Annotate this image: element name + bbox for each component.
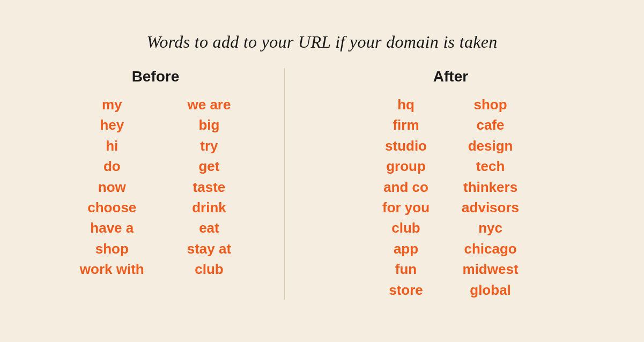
after-heading: After xyxy=(433,68,468,85)
list-item: app xyxy=(394,239,418,258)
after-section: After hqfirmstudiogroupand cofor youclub… xyxy=(285,68,617,300)
list-item: fun xyxy=(395,259,417,279)
list-item: my xyxy=(102,95,122,114)
list-item: now xyxy=(98,177,126,197)
list-item: design xyxy=(468,136,513,155)
list-item: do xyxy=(103,157,121,176)
list-item: get xyxy=(198,157,219,176)
before-column-2: we arebigtrygettastedrinkeatstay atclub xyxy=(187,95,231,279)
list-item: club xyxy=(391,218,420,237)
list-item: drink xyxy=(192,198,226,217)
page-title: Words to add to your URL if your domain … xyxy=(146,32,497,52)
before-section: Before myheyhidonowchoosehave ashopwork … xyxy=(27,68,285,300)
list-item: tech xyxy=(476,157,505,176)
before-heading: Before xyxy=(132,68,180,85)
list-item: club xyxy=(195,259,223,279)
list-item: advisors xyxy=(462,198,519,217)
list-item: thinkers xyxy=(463,177,517,197)
list-item: hi xyxy=(106,136,118,155)
list-item: work with xyxy=(80,259,144,279)
list-item: taste xyxy=(193,177,226,197)
list-item: stay at xyxy=(187,239,231,258)
after-columns: hqfirmstudiogroupand cofor youclubappfun… xyxy=(382,95,519,300)
list-item: studio xyxy=(385,136,427,155)
list-item: shop xyxy=(95,239,129,258)
list-item: for you xyxy=(382,198,430,217)
list-item: try xyxy=(200,136,218,155)
list-item: midwest xyxy=(463,259,519,279)
list-item: and co xyxy=(383,177,428,197)
list-item: cafe xyxy=(477,115,505,135)
list-item: firm xyxy=(393,115,419,135)
list-item: nyc xyxy=(478,218,502,237)
list-item: choose xyxy=(87,198,136,217)
after-column-2: shopcafedesigntechthinkersadvisorsnycchi… xyxy=(462,95,519,300)
list-item: chicago xyxy=(464,239,516,258)
content-area: Before myheyhidonowchoosehave ashopwork … xyxy=(0,68,644,300)
before-column-1: myheyhidonowchoosehave ashopwork with xyxy=(80,95,144,279)
before-columns: myheyhidonowchoosehave ashopwork with we… xyxy=(80,95,231,279)
list-item: eat xyxy=(199,218,219,237)
list-item: hq xyxy=(397,95,414,114)
list-item: we are xyxy=(187,95,231,114)
after-column-1: hqfirmstudiogroupand cofor youclubappfun… xyxy=(382,95,430,300)
list-item: have a xyxy=(90,218,134,237)
list-item: hey xyxy=(100,115,124,135)
list-item: global xyxy=(470,280,511,300)
list-item: store xyxy=(389,280,423,300)
list-item: shop xyxy=(474,95,507,114)
list-item: big xyxy=(198,115,219,135)
list-item: group xyxy=(386,157,426,176)
